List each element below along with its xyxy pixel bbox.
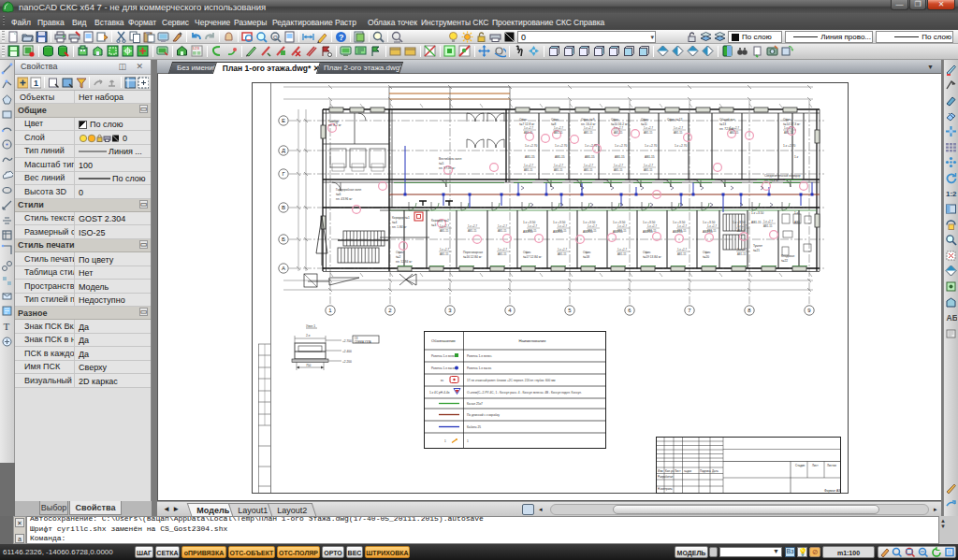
svg-text:Офис: Офис (643, 251, 651, 254)
svg-text:Офис: Офис (703, 251, 711, 254)
svg-text:Формат А3: Формат А3 (824, 489, 840, 493)
svg-text:Подпись: Подпись (700, 469, 711, 473)
svg-text:Б: Б (282, 237, 285, 242)
svg-text:Д: Д (282, 148, 285, 153)
svg-text:пл. 8.2 м²: пл. 8.2 м² (328, 123, 341, 127)
svg-text:1-к +2.7: 1-к +2.7 (674, 126, 683, 130)
svg-text:1-к +2.7: 1-к +2.7 (644, 126, 653, 130)
svg-text:Наименование: Наименование (518, 338, 546, 343)
svg-text:№22: №22 (781, 259, 788, 263)
svg-text:1-к +2.7: 1-к +2.7 (617, 224, 627, 228)
svg-text:АВ1-15: АВ1-15 (674, 131, 683, 135)
svg-text:1-к +2.70: 1-к +2.70 (525, 144, 537, 148)
svg-text:Разработал: Разработал (658, 475, 674, 479)
svg-text:АВ1-15: АВ1-15 (440, 252, 449, 256)
svg-text:пл. 12.84 м²: пл. 12.84 м² (396, 260, 412, 264)
svg-text:Офис: Офис (611, 118, 619, 122)
svg-text:Вестибюль холл: Вестибюль холл (439, 157, 461, 161)
svg-text:пл. 43.96 м²: пл. 43.96 м² (336, 197, 352, 201)
svg-text:АБ: АБ (947, 313, 958, 323)
svg-text:1-к +2.7: 1-к +2.7 (584, 164, 593, 167)
svg-text:Туалет: Туалет (753, 244, 763, 248)
svg-text:Гардеробная холл: Гардеробная холл (336, 188, 361, 192)
svg-text:№19 13.84 м²: №19 13.84 м² (643, 255, 661, 259)
svg-text:АВ1-15: АВ1-15 (737, 252, 747, 256)
svg-text:АВ1-15: АВ1-15 (730, 131, 739, 135)
svg-text:№2: №2 (396, 255, 400, 259)
svg-text:1-к +2.7: 1-к +2.7 (614, 126, 623, 130)
svg-text:АВ1-15: АВ1-15 (524, 168, 533, 172)
svg-text:2-е: 2-е (306, 334, 311, 337)
svg-text:По длинной с к коробку: По длинной с к коробку (467, 413, 500, 417)
svg-text:пл. 96.2 м²: пл. 96.2 м² (764, 179, 779, 182)
svg-text:1-к +2.7: 1-к +2.7 (440, 224, 449, 228)
svg-text:Офис: Офис (519, 118, 528, 122)
svg-text:1-к +2.7: 1-к +2.7 (677, 224, 687, 228)
svg-text:АВ1-15: АВ1-15 (498, 229, 507, 233)
svg-text:АВ1-15: АВ1-15 (558, 229, 567, 233)
svg-text:пл. 97.55 м²: пл. 97.55 м² (439, 166, 455, 170)
svg-text:1-к +2.7: 1-к +2.7 (784, 126, 793, 130)
svg-text:1-к +2.70: 1-к +2.70 (585, 144, 597, 148)
svg-text:1-к +2.7: 1-к +2.7 (730, 126, 739, 130)
svg-text:17-ти этажный розет. блоков +2: 17-ти этажный розет. блоков +2С перекл. … (467, 379, 556, 382)
svg-text:T: T (4, 321, 10, 332)
svg-text:№20: №20 (703, 255, 709, 259)
svg-text:пл. 1.84 м²: пл. 1.84 м² (392, 225, 407, 229)
svg-text:АВ1-15: АВ1-15 (617, 229, 627, 233)
svg-text:Дата: Дата (712, 469, 718, 473)
svg-text:Стадия: Стадия (795, 464, 806, 467)
svg-text:Офис №12: Офис №12 (667, 118, 683, 122)
svg-text:1-к +2.7: 1-к +2.7 (468, 224, 477, 228)
svg-text:АВ1-15: АВ1-15 (554, 168, 563, 172)
svg-text:Офис: Офис (551, 118, 559, 122)
svg-text:АВ1-15: АВ1-15 (617, 252, 627, 256)
svg-text:1-к +2.7: 1-к +2.7 (554, 126, 563, 130)
svg-text:Переговорная: Переговорная (463, 251, 483, 254)
svg-text:1-к +2.7: 1-к +2.7 (554, 164, 563, 167)
svg-text:Кладовая: Кладовая (781, 254, 795, 258)
svg-text:1-к: 1-к (794, 211, 799, 215)
svg-text:АВ1-15: АВ1-15 (784, 131, 793, 135)
svg-text:750: 750 (306, 364, 312, 367)
svg-text:1-к +2.7: 1-к +2.7 (737, 248, 747, 251)
svg-text:Офис: Офис (523, 251, 531, 254)
svg-text:+2.700: +2.700 (342, 339, 352, 343)
svg-text:№13: №13 (719, 122, 726, 126)
svg-text:Соединительный коридор: Соединительный коридор (764, 174, 801, 178)
svg-text:АВ1-15: АВ1-15 (644, 131, 653, 135)
svg-text:1-к +3.50: 1-к +3.50 (751, 211, 763, 215)
svg-text:АВ1-15: АВ1-15 (707, 229, 717, 233)
svg-text:Канал 25x7: Канал 25x7 (467, 402, 483, 406)
svg-text:1-к +2.7: 1-к +2.7 (524, 164, 533, 167)
svg-text:Q: Q (273, 34, 278, 39)
svg-text:1-к +2.70: 1-к +2.70 (675, 144, 687, 148)
svg-text:1-к +2.7: 1-к +2.7 (584, 126, 593, 130)
svg-text:1-к +2.7: 1-к +2.7 (558, 248, 567, 251)
svg-text:1-к +2.7: 1-к +2.7 (617, 248, 627, 251)
svg-text:Кол.уч: Кол.уч (665, 469, 674, 473)
svg-text:АВ1-15: АВ1-15 (558, 252, 567, 256)
svg-text:АВ1-15: АВ1-15 (763, 224, 773, 228)
svg-text:Офис: Офис (583, 251, 591, 254)
svg-text:АВ1: АВ1 (794, 221, 800, 224)
svg-text:Е: Е (282, 118, 285, 123)
svg-text:Лист: Лист (812, 464, 819, 467)
svg-text:АВ1-15: АВ1-15 (615, 155, 625, 159)
svg-text:1-к +2.7: 1-к +2.7 (498, 224, 507, 228)
svg-text:АВ1-15: АВ1-15 (524, 131, 533, 135)
svg-text:1-к +2.7: 1-к +2.7 (558, 224, 567, 228)
svg-text:АВ1-15: АВ1-15 (614, 168, 623, 172)
svg-text:АВ1-15: АВ1-15 (525, 155, 535, 159)
svg-text:Розетка 1-я зелен.: Розетка 1-я зелен. (467, 354, 492, 358)
svg-text:1-к +2.70: 1-к +2.70 (555, 144, 567, 148)
svg-text:АВ1-15: АВ1-15 (584, 131, 593, 135)
svg-text:Лист: Лист (675, 469, 681, 473)
svg-text:№5: №5 (439, 162, 443, 165)
svg-text:АВ1-15: АВ1-15 (647, 229, 657, 233)
svg-text:1-к +2.7: 1-к +2.7 (644, 164, 653, 167)
svg-text:АВ1-15: АВ1-15 (677, 252, 687, 256)
svg-text:1: 1 (444, 439, 446, 443)
svg-text:№док: №док (684, 469, 692, 473)
svg-text:+2.200: +2.200 (342, 360, 352, 364)
